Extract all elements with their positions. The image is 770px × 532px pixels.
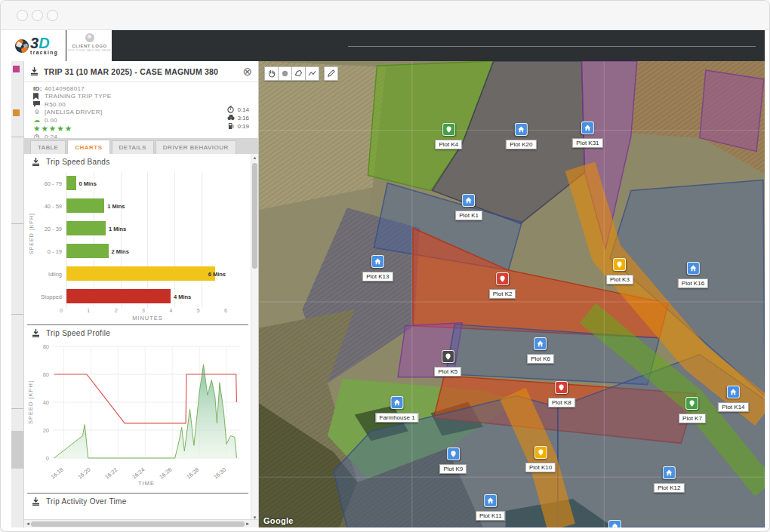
bar-value-label: 6 Mins (208, 271, 226, 278)
house-icon[interactable] (463, 194, 476, 207)
pin-icon[interactable] (496, 272, 509, 285)
svg-text:0: 0 (46, 455, 49, 462)
pan-hand-icon[interactable] (264, 66, 279, 81)
map-marker-plot-k5[interactable]: Plot K5 (434, 350, 461, 377)
scroll-left-icon[interactable]: ◄ (26, 520, 30, 527)
window-control-dot[interactable] (32, 10, 43, 21)
map-marker-plot-k14[interactable]: Plot K14 (718, 386, 748, 412)
download-icon[interactable] (32, 497, 40, 506)
map-marker-plot-k9[interactable]: Plot K9 (439, 447, 467, 474)
close-icon[interactable]: ⊗ (242, 66, 252, 77)
trip-stat: 3:16 (226, 114, 249, 122)
map-marker-label: Plot K14 (718, 402, 748, 412)
polygon-tool-icon[interactable] (292, 66, 306, 81)
window-titlebar (1, 1, 769, 30)
section-title: Trip Activity Over Time (46, 497, 127, 506)
house-icon[interactable] (686, 262, 699, 275)
logo-globe-icon (14, 38, 30, 54)
measure-pencil-icon[interactable] (324, 66, 338, 81)
binoculars-icon (226, 114, 235, 122)
speed-profile-chart: 02040608016:1816:2016:2216:2416:2616:281… (26, 339, 251, 488)
house-icon[interactable] (727, 386, 740, 398)
vertical-scroll-thumb[interactable] (252, 163, 257, 269)
trip-detail-panel: TRIP 31 (10 MAR 2025) - CASE MAGNUM 380 … (24, 61, 259, 527)
pin-icon[interactable] (442, 123, 455, 136)
google-attribution: Google (263, 516, 294, 525)
browser-window: 3D tracking CLIENT LOGO PUT YOUR TAGLINE… (0, 0, 770, 532)
svg-text:SPEED [KPH]: SPEED [KPH] (27, 380, 34, 424)
house-icon[interactable] (663, 466, 676, 479)
tab-table[interactable]: TABLE (30, 140, 66, 154)
map-marker-plot-k4[interactable]: Plot K4 (435, 123, 462, 149)
pin-icon[interactable] (534, 446, 547, 459)
pin-icon[interactable] (685, 397, 698, 410)
house-icon[interactable] (534, 337, 547, 350)
map-marker-plot-k12[interactable]: Plot K12 (654, 466, 684, 493)
app-logo[interactable]: 3D tracking (11, 30, 66, 61)
trip-right-stats: 0:143:160:19 (226, 106, 249, 131)
download-icon[interactable] (32, 158, 40, 166)
polyline-tool-icon[interactable] (306, 66, 319, 81)
pin-icon[interactable] (613, 258, 626, 271)
house-icon[interactable] (371, 255, 384, 268)
house-icon[interactable] (391, 396, 404, 409)
scroll-up-icon[interactable]: ▲ (251, 155, 258, 161)
map-marker-plot-k11[interactable]: Plot K11 (476, 494, 506, 521)
svg-text:16:18: 16:18 (49, 466, 64, 481)
tab-charts[interactable]: CHARTS (67, 140, 109, 154)
download-icon[interactable] (32, 329, 40, 337)
charts-scroll-area: Trip Speed Bands SPEED [KPH] 60 - 790 Mi… (24, 154, 251, 521)
map-marker-plot-k8[interactable]: Plot K8 (548, 381, 575, 407)
trip-stat-value: 0:14 (237, 106, 249, 113)
map-marker-plot-k3[interactable]: Plot K3 (606, 258, 633, 284)
bar-value-label: 1 Mins (109, 226, 126, 232)
map-marker-label: Plot K8 (548, 398, 575, 407)
map-marker-label: Plot K20 (506, 140, 536, 149)
map-marker-plot-k16[interactable]: Plot K16 (678, 262, 708, 288)
bar-row: Stopped4 Mins (24, 285, 251, 308)
bar-row: 60 - 790 Mins (24, 172, 251, 195)
tab-details[interactable]: DETAILS (112, 140, 154, 154)
bar-xlabel: MINUTES (66, 313, 229, 321)
trip-type: TRAINING TRIP TYPE (45, 93, 112, 100)
client-logo[interactable]: CLIENT LOGO PUT YOUR TAGLINE HERE (66, 30, 112, 63)
pin-icon[interactable] (555, 381, 568, 394)
house-icon[interactable] (608, 520, 621, 527)
map-marker-plot-k7[interactable]: Plot K7 (679, 397, 706, 423)
trip-driver-row: ☺[ANELISA DRIVER] (33, 109, 251, 117)
map-container[interactable]: Plot K4Plot K20Plot K31Plot K1Plot K13Pl… (259, 61, 765, 527)
plot-purple-ne[interactable] (700, 70, 764, 152)
header-divider (348, 46, 756, 47)
map-marker-label: Plot K16 (678, 278, 708, 288)
house-icon[interactable] (484, 494, 497, 507)
background-trip-list[interactable] (11, 61, 24, 527)
horizontal-scrollbar[interactable]: ◄ ► (24, 519, 258, 527)
pin-icon[interactable] (442, 350, 454, 363)
map-marker-plot-k1[interactable]: Plot K1 (455, 194, 482, 220)
house-icon[interactable] (515, 123, 528, 136)
window-control-dot[interactable] (47, 10, 58, 21)
map-marker-label: Plot K11 (476, 511, 506, 521)
client-logo-subtext: PUT YOUR TAGLINE HERE (67, 48, 112, 52)
scroll-right-icon[interactable]: ► (245, 520, 250, 527)
map-marker-plot-k13[interactable]: Plot K13 (362, 255, 393, 281)
tab-driver-behaviour[interactable]: DRIVER BEHAVIOUR (156, 140, 236, 154)
download-icon[interactable] (30, 67, 38, 75)
vertical-scrollbar[interactable]: ▲ ▼ (251, 154, 258, 521)
circle-tool-icon[interactable] (279, 66, 292, 81)
pin-icon[interactable] (447, 447, 460, 460)
map-marker-farmhouse-1[interactable]: Farmhouse 1 (376, 396, 419, 423)
window-control-dot[interactable] (17, 10, 28, 21)
map-marker-plot-k2[interactable]: Plot K2 (489, 272, 516, 299)
trip-cost-row: R50.00 (33, 100, 251, 109)
map-marker-plot-k10[interactable]: Plot K10 (525, 446, 556, 472)
trip-co2: 0.00 (45, 117, 57, 124)
house-icon[interactable] (581, 121, 594, 134)
map-marker-plot-k6[interactable]: Plot K6 (527, 337, 554, 364)
map-marker-plot-k31[interactable]: Plot K31 (572, 121, 602, 148)
bar-value-label: 2 Mins (112, 248, 129, 255)
horizontal-scroll-thumb[interactable] (31, 521, 245, 527)
bookmark-icon (33, 93, 41, 100)
map-marker[interactable] (605, 520, 624, 527)
map-marker-plot-k20[interactable]: Plot K20 (506, 123, 536, 149)
